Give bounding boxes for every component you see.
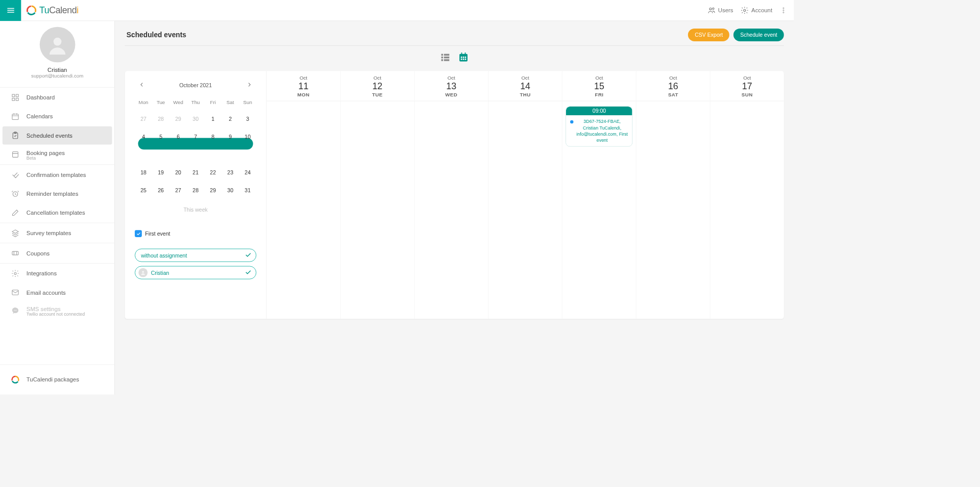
nav-email-accounts[interactable]: Email accounts: [3, 284, 112, 302]
mini-cal-day[interactable]: 13: [169, 148, 187, 161]
nav-reminder-templates[interactable]: Reminder templates: [3, 185, 112, 203]
svg-rect-19: [12, 251, 18, 255]
users-link[interactable]: Users: [707, 6, 733, 14]
week-day-header[interactable]: Oct15FRI: [562, 71, 636, 100]
nav-sms-settings[interactable]: SMS settings Twilio account not connecte…: [3, 302, 112, 320]
view-calendar-button[interactable]: [458, 52, 469, 63]
svg-point-22: [14, 310, 14, 311]
mini-cal-day[interactable]: 30: [187, 113, 204, 125]
svg-point-8: [783, 12, 784, 13]
csv-export-button[interactable]: CSV Export: [688, 29, 729, 41]
mini-cal-day[interactable]: 27: [169, 184, 187, 196]
brand-logo[interactable]: TuCalendi: [21, 5, 79, 16]
week-day-header[interactable]: Oct12TUE: [340, 71, 414, 100]
users-icon: [707, 6, 716, 14]
nav-survey-templates-label: Survey templates: [27, 229, 71, 236]
check-double-icon: [11, 171, 19, 179]
mini-cal-day[interactable]: 29: [169, 113, 187, 125]
more-menu-button[interactable]: [780, 7, 788, 14]
nav-coupons-label: Coupons: [27, 250, 50, 257]
nav-calendars-label: Calendars: [27, 113, 53, 120]
mini-cal-day[interactable]: 11: [135, 148, 152, 161]
nav-email-accounts-label: Email accounts: [27, 289, 66, 296]
nav-survey-templates[interactable]: Survey templates: [3, 224, 112, 242]
mini-cal-day[interactable]: 9: [222, 131, 239, 143]
view-list-button[interactable]: [440, 52, 451, 63]
svg-point-24: [16, 310, 16, 311]
nav-calendars[interactable]: Calendars: [3, 108, 112, 126]
mini-cal-day[interactable]: 26: [152, 184, 169, 196]
mini-cal-day[interactable]: 20: [169, 166, 187, 179]
mini-cal-day[interactable]: 21: [187, 166, 204, 179]
mini-cal-day[interactable]: 14: [187, 148, 204, 161]
nav-integrations[interactable]: Integrations: [3, 264, 112, 283]
filter-first-event[interactable]: First event: [135, 230, 256, 237]
nav-dashboard[interactable]: Dashboard: [3, 88, 112, 107]
svg-rect-32: [441, 59, 443, 61]
mini-cal-day[interactable]: 28: [152, 113, 169, 125]
nav-scheduled-events-label: Scheduled events: [27, 132, 72, 139]
mini-cal-day[interactable]: 29: [204, 184, 222, 196]
hamburger-icon: [6, 6, 15, 15]
gear-icon: [11, 269, 19, 277]
hamburger-button[interactable]: [0, 0, 21, 21]
mini-cal-day[interactable]: 19: [152, 166, 169, 179]
mini-cal-day[interactable]: 16: [222, 148, 239, 161]
mini-cal-day[interactable]: 17: [239, 148, 256, 161]
nav-coupons[interactable]: Coupons: [3, 244, 112, 263]
nav-confirmation-templates[interactable]: Confirmation templates: [3, 166, 112, 184]
svg-rect-30: [441, 57, 443, 59]
mini-cal-day[interactable]: 31: [239, 184, 256, 196]
mini-cal-day[interactable]: 8: [204, 131, 222, 143]
mini-cal-day[interactable]: 27: [135, 113, 152, 125]
mini-cal-day[interactable]: 12: [152, 148, 169, 161]
day-number: 12: [340, 81, 414, 92]
prev-month-button[interactable]: [137, 80, 146, 90]
mini-cal-day[interactable]: 22: [204, 166, 222, 179]
svg-rect-36: [465, 53, 466, 55]
mini-cal-dow: Thu: [187, 97, 204, 108]
next-month-button[interactable]: [245, 80, 254, 90]
mini-cal-day[interactable]: 1: [204, 113, 222, 125]
mini-cal-day[interactable]: 3: [239, 113, 256, 125]
chip-cristian[interactable]: Cristian: [135, 266, 256, 279]
chip-avatar-icon: [138, 268, 148, 277]
week-day-header[interactable]: Oct16SAT: [636, 71, 710, 100]
mini-cal-day[interactable]: 6: [169, 131, 187, 143]
nav-booking-pages[interactable]: Booking pages Beta: [3, 145, 112, 164]
this-week-button[interactable]: This week: [135, 207, 256, 213]
mini-cal-day[interactable]: 23: [222, 166, 239, 179]
mini-cal-day[interactable]: 10: [239, 131, 256, 143]
mini-calendar: MonTueWedThuFriSatSun2728293012345678910…: [135, 97, 256, 196]
mini-cal-day[interactable]: 18: [135, 166, 152, 179]
week-day-header[interactable]: Oct17SUN: [710, 71, 784, 100]
nav-integrations-label: Integrations: [27, 270, 57, 277]
alarm-icon: [11, 190, 19, 198]
mini-cal-dow: Sun: [239, 97, 256, 108]
mini-cal-day[interactable]: 30: [222, 184, 239, 196]
mini-cal-day[interactable]: 25: [135, 184, 152, 196]
users-label: Users: [718, 7, 733, 14]
mini-cal-day[interactable]: 28: [187, 184, 204, 196]
chip-without-assignment[interactable]: without assignment: [135, 249, 256, 262]
event-card[interactable]: 09:003D67-7524-FBAE, Cristian TuCalendi,…: [566, 106, 632, 147]
mini-cal-day[interactable]: 7: [187, 131, 204, 143]
mini-cal-day[interactable]: 5: [152, 131, 169, 143]
profile-avatar[interactable]: [39, 27, 75, 63]
nav-cancellation-templates[interactable]: Cancellation templates: [3, 203, 112, 222]
day-month-label: Oct: [636, 75, 710, 81]
schedule-event-button[interactable]: Schedule event: [733, 29, 784, 41]
week-day-header[interactable]: Oct11MON: [266, 71, 340, 100]
mini-cal-day[interactable]: 15: [204, 148, 222, 161]
week-day-header[interactable]: Oct13WED: [414, 71, 488, 100]
mini-cal-day[interactable]: 4: [135, 131, 152, 143]
account-link[interactable]: Account: [741, 6, 772, 14]
week-day-column: [710, 101, 784, 319]
week-day-header[interactable]: Oct14THU: [488, 71, 562, 100]
nav-packages[interactable]: TuCalendi packages: [3, 371, 112, 389]
svg-rect-12: [12, 98, 15, 101]
mini-cal-day[interactable]: 2: [222, 113, 239, 125]
mini-cal-day[interactable]: 24: [239, 166, 256, 179]
nav-scheduled-events[interactable]: Scheduled events: [3, 126, 112, 145]
day-month-label: Oct: [488, 75, 562, 81]
